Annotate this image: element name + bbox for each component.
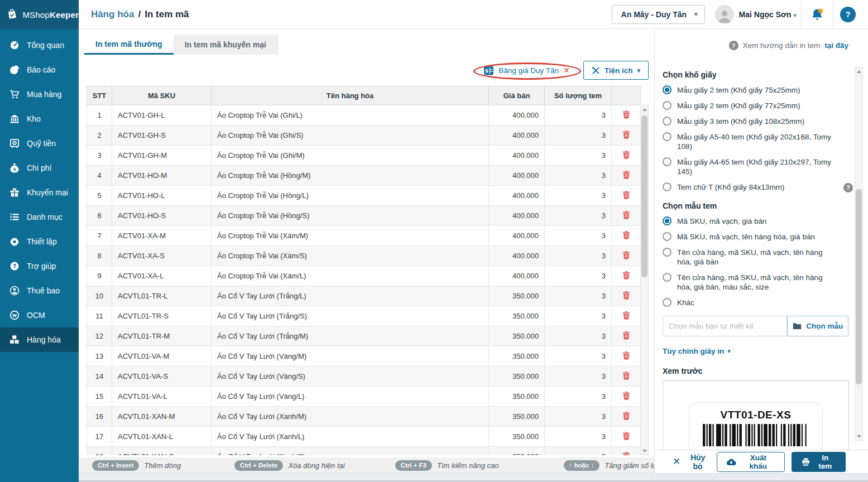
delete-row-button[interactable] [622,311,630,320]
table-row[interactable]: 2ACTV01-GH-SÁo Croptop Trễ Vai (Ghi/S)40… [87,126,641,146]
cell-qty[interactable]: 3 [545,246,612,266]
radio-button-icon[interactable] [663,182,672,191]
export-button[interactable]: Xuất khẩu [717,452,785,472]
table-row[interactable]: 4ACTV01-HO-MÁo Croptop Trễ Vai (Hồng/M)4… [87,166,641,186]
cell-qty[interactable]: 3 [545,367,612,387]
sidebar-item-hang-hoa[interactable]: Hàng hóa [0,327,79,352]
paper-size-option[interactable]: Mẫu giấy A5-40 tem (Khổ giấy 202x168, To… [663,132,848,151]
cell-qty[interactable]: 3 [545,387,612,407]
table-row[interactable]: 13ACVTL01-VA-MÁo Cổ V Tay Lưới (Vàng/M)3… [87,346,641,367]
table-row[interactable]: 11ACVTL01-TR-SÁo Cổ V Tay Lưới (Trắng/S)… [87,306,641,326]
global-help-button[interactable]: ? [840,7,856,22]
guide-here-link[interactable]: tại đây [824,41,848,50]
user-menu[interactable]: Mai Ngọc Sơn ▾ [739,10,797,19]
utilities-dropdown-button[interactable]: Tiện ích ▾ [583,61,649,80]
cell-qty[interactable]: 3 [545,166,612,186]
table-row[interactable]: 10ACVTL01-TR-LÁo Cổ V Tay Lưới (Trắng/L)… [87,286,641,306]
delete-row-button[interactable] [622,250,630,259]
sidebar-item-tro-giup[interactable]: ?Trợ giúp [0,254,79,278]
sidebar-item-bao-cao[interactable]: Báo cáo [0,57,79,82]
table-row[interactable]: 17ACVTL01-XAN-LÁo Cổ V Tay Lưới (Xanh/L)… [87,427,641,447]
label-template-option[interactable]: Tên cửa hàng, mã SKU, mã vạch, tên hàng … [663,248,848,267]
table-row[interactable]: 7ACTV01-XA-MÁo Croptop Trễ Vai (Xám/M)40… [87,226,641,246]
cell-qty[interactable]: 3 [545,206,612,226]
table-row[interactable]: 8ACTV01-XA-SÁo Croptop Trễ Vai (Xám/S)40… [87,246,641,266]
delete-row-button[interactable] [622,271,630,279]
sidebar-item-danh-muc[interactable]: Danh mục [0,205,79,229]
sidebar-item-khuyen-mai[interactable]: Khuyến mại [0,180,79,205]
cell-qty[interactable]: 3 [545,427,612,447]
cell-qty[interactable]: 3 [545,126,612,146]
radio-button-icon[interactable] [663,216,672,225]
price-list-filter-chip[interactable]: $ Bảng giá Duy Tân ✕ [483,65,570,76]
radio-button-icon[interactable] [663,248,672,257]
table-row[interactable]: 3ACTV01-GH-MÁo Croptop Trễ Vai (Ghi/M)40… [87,146,641,166]
radio-button-icon[interactable] [663,132,672,141]
question-mark-icon[interactable]: ? [843,183,853,192]
cell-qty[interactable]: 3 [545,266,612,286]
scrollbar-thumb[interactable] [856,189,862,384]
panel-scrollbar[interactable] [855,67,863,441]
radio-button-icon[interactable] [663,117,672,126]
delete-row-button[interactable] [622,291,630,300]
delete-row-button[interactable] [622,391,630,400]
radio-button-icon[interactable] [663,157,672,166]
delete-row-button[interactable] [622,371,630,380]
scroll-down-arrow[interactable] [641,447,648,455]
delete-row-button[interactable] [622,150,630,159]
delete-row-button[interactable] [622,190,630,199]
print-labels-button[interactable]: In tem [792,452,846,472]
remove-price-list-icon[interactable]: ✕ [563,66,570,75]
delete-row-button[interactable] [622,431,630,440]
sidebar-item-thue-bao[interactable]: Thuê bao [0,278,79,303]
customize-print-paper-link[interactable]: Tùy chỉnh giấy in ▾ [663,347,731,355]
cell-qty[interactable]: 3 [545,105,612,126]
table-row[interactable]: 12ACVTL01-TR-MÁo Cổ V Tay Lưới (Trắng/M)… [87,326,641,346]
cell-qty[interactable]: 3 [545,326,612,346]
delete-row-button[interactable] [622,331,630,340]
table-row[interactable]: 15ACVTL01-VA-LÁo Cổ V Tay Lưới (Vàng/L)3… [87,387,641,407]
tab-print-promo-labels[interactable]: In tem mã khuyến mại [174,35,278,55]
tab-print-normal-labels[interactable]: In tem mã thường [84,35,174,55]
radio-button-icon[interactable] [663,273,672,282]
sidebar-item-thiet-lap[interactable]: Thiết lập [0,229,79,254]
label-template-option[interactable]: Mã SKU, mã vạch, tên hàng hóa, giá bán [663,232,848,242]
table-row[interactable]: 14ACVTL01-VA-SÁo Cổ V Tay Lưới (Vàng/S)3… [87,367,641,387]
delete-row-button[interactable] [622,210,630,219]
delete-row-button[interactable] [622,170,630,179]
label-template-option[interactable]: Mã SKU, mã vạch, giá bán [663,216,848,226]
sidebar-item-ocm[interactable]: wOCM [0,303,79,327]
scrollbar-thumb[interactable] [641,115,648,277]
cancel-button[interactable]: ✕ Hủy bỏ [673,453,710,471]
cell-qty[interactable]: 3 [545,306,612,326]
scroll-down-arrow[interactable] [855,432,862,440]
cell-qty[interactable]: 3 [545,186,612,206]
paper-size-option[interactable]: Tem chữ T (Khổ giấy 84x13mm)? [663,182,848,192]
scroll-up-arrow[interactable] [855,68,862,75]
cell-qty[interactable]: 3 [545,286,612,306]
radio-button-icon[interactable] [663,101,672,110]
delete-row-button[interactable] [622,351,630,360]
sidebar-item-mua-hang[interactable]: Mua hàng [0,82,79,107]
paper-size-option[interactable]: Mẫu giấy 3 tem (Khổ giấy 108x25mm) [663,117,848,126]
delete-row-button[interactable] [622,451,630,455]
sidebar-item-tong-quan[interactable]: Tổng quan [0,33,79,57]
cell-qty[interactable]: 3 [545,226,612,246]
avatar[interactable] [715,5,734,24]
table-scrollbar[interactable] [640,105,649,455]
table-row[interactable]: 5ACTV01-HO-LÁo Croptop Trễ Vai (Hồng/L)4… [87,186,641,206]
custom-template-input[interactable] [663,316,787,336]
table-row[interactable]: 6ACTV01-HO-SÁo Croptop Trễ Vai (Hồng/S)4… [87,206,641,226]
radio-button-icon[interactable] [663,298,672,307]
cell-qty[interactable]: 3 [545,447,612,456]
table-row[interactable]: 16ACVTL01-XAN-MÁo Cổ V Tay Lưới (Xanh/M)… [87,407,641,427]
scroll-up-arrow[interactable] [641,105,648,113]
label-template-option[interactable]: Khác [663,298,848,307]
breadcrumb-parent-link[interactable]: Hàng hóa [91,9,134,20]
paper-size-option[interactable]: Mẫu giấy 2 tem (Khổ giấy 77x25mm) [663,101,848,110]
store-selector-dropdown[interactable]: An Mây - Duy Tân ▾ [612,5,705,24]
radio-button-icon[interactable] [663,232,672,241]
notifications-bell-button[interactable] [802,7,833,22]
sidebar-item-quy-tien[interactable]: Quỹ tiền [0,131,79,156]
choose-template-button[interactable]: Chọn mẫu [787,316,848,336]
